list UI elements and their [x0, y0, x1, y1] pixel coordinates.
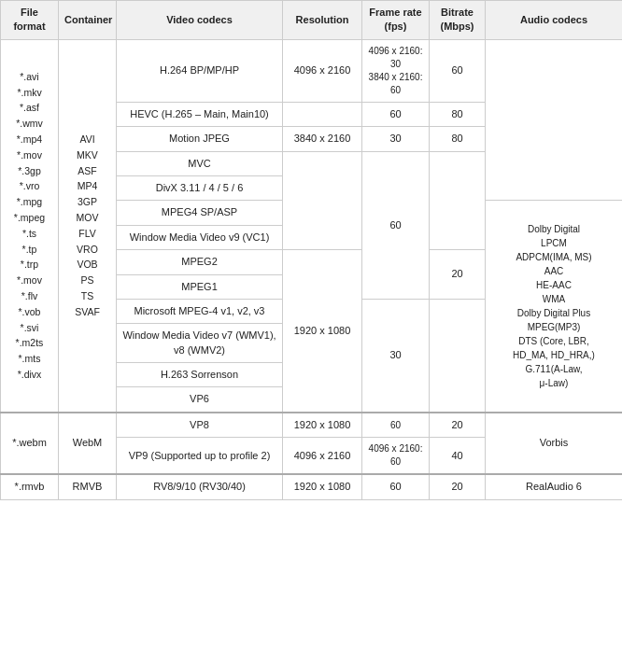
video-codec-cell: VP9 (Supported up to profile 2) [117, 438, 283, 475]
bitrate-cell [430, 151, 486, 250]
container-cell-main: AVIMKVASFMP43GPMOVFLVVROVOBPSTSSVAF [59, 39, 117, 413]
video-codec-cell: VP8 [117, 413, 283, 438]
header-resolution: Resolution [283, 1, 362, 40]
bitrate-cell: 80 [430, 102, 486, 126]
file-format-cell-webm: *.webm [1, 413, 59, 474]
header-video-codecs: Video codecs [117, 1, 283, 40]
video-codec-cell: MPEG4 SP/ASP [117, 201, 283, 225]
video-codec-cell: HEVC (H.265 – Main, Main10) [117, 102, 283, 126]
resolution-cell [283, 151, 362, 250]
video-codec-cell: Window Media Video v7 (WMV1),v8 (WMV2) [117, 324, 283, 363]
audio-codec-cell: Dolby DigitalLPCMADPCM(IMA, MS)AACHE-AAC… [486, 201, 623, 413]
table-row: *.avi*.mkv*.asf*.wmv*.mp4*.mov*.3gp*.vro… [1, 39, 623, 102]
header-audio-codecs: Audio codecs [486, 1, 623, 40]
bitrate-cell: 80 [430, 127, 486, 151]
video-codec-cell: MPEG1 [117, 274, 283, 299]
table-row-webm: *.webmWebMVP81920 x 10806020Vorbis [1, 413, 623, 438]
audio-codec-cell-webm: Vorbis [486, 413, 623, 474]
frame-rate-cell: 60 [362, 102, 430, 126]
frame-rate-cell: 60 [362, 413, 430, 438]
resolution-cell: 1920 x 1080 [283, 413, 362, 438]
header-bitrate: Bitrate (Mbps) [430, 1, 486, 40]
audio-codec-cell [486, 39, 623, 201]
video-codec-cell: MPEG2 [117, 250, 283, 274]
bitrate-cell: 20 [430, 413, 486, 438]
video-codec-cell: MVC [117, 151, 283, 175]
video-codec-cell: Window Media Video v9 (VC1) [117, 225, 283, 249]
table-row-rmvb: *.rmvbRMVBRV8/9/10 (RV30/40)1920 x 10806… [1, 474, 623, 499]
video-codec-cell: Motion JPEG [117, 127, 283, 151]
bitrate-cell: 20 [430, 250, 486, 300]
bitrate-cell: 40 [430, 438, 486, 475]
resolution-cell: 4096 x 2160 [283, 39, 362, 102]
frame-rate-cell: 4096 x 2160: 303840 x 2160: 60 [362, 39, 430, 102]
file-format-cell-main: *.avi*.mkv*.asf*.wmv*.mp4*.mov*.3gp*.vro… [1, 39, 59, 413]
video-codec-cell: H.263 Sorrenson [117, 363, 283, 387]
header-container: Container [59, 1, 117, 40]
frame-rate-cell: 30 [362, 299, 430, 412]
resolution-cell [283, 102, 362, 126]
frame-rate-cell: 30 [362, 127, 430, 151]
video-codec-cell: VP6 [117, 387, 283, 413]
header-frame-rate: Frame rate (fps) [362, 1, 430, 40]
resolution-cell: 1920 x 1080 [283, 250, 362, 413]
container-cell-webm: WebM [59, 413, 117, 474]
bitrate-cell [430, 299, 486, 412]
resolution-cell: 3840 x 2160 [283, 127, 362, 151]
video-codec-cell: DivX 3.11 / 4 / 5 / 6 [117, 175, 283, 200]
video-codec-cell: H.264 BP/MP/HP [117, 39, 283, 102]
resolution-cell: 4096 x 2160 [283, 438, 362, 475]
frame-rate-cell: 4096 x 2160: 60 [362, 438, 430, 475]
header-file-format: File format [1, 1, 59, 40]
video-codec-cell: Microsoft MPEG-4 v1, v2, v3 [117, 299, 283, 323]
bitrate-cell: 60 [430, 39, 486, 102]
frame-rate-cell: 60 [362, 151, 430, 299]
